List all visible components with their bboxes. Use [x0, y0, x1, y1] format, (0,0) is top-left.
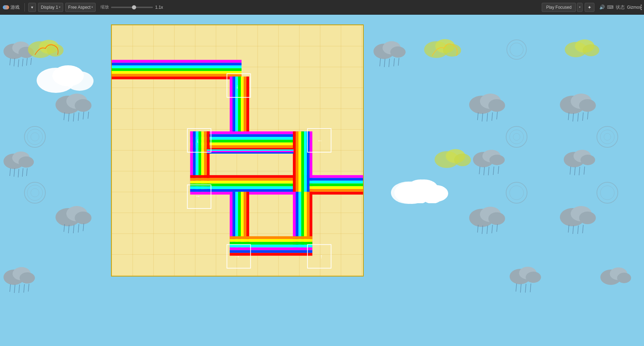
svg-rect-153: [112, 62, 242, 65]
svg-point-54: [390, 46, 406, 58]
svg-rect-214: [230, 242, 312, 245]
status-label[interactable]: 状态: [616, 4, 625, 10]
right-icons-group: 🔊 ⌨ 状态 Gizmos: [599, 4, 641, 10]
svg-point-142: [617, 273, 631, 283]
arrow-down-top: ↓: [236, 83, 239, 89]
arrow-down-left: ↓: [197, 138, 199, 143]
arrow-right-bottom: →: [235, 253, 240, 259]
window-resize-handle[interactable]: [638, 0, 644, 15]
svg-rect-218: [207, 151, 294, 152]
zoom-label: 缩放: [101, 4, 109, 10]
svg-rect-161: [246, 76, 249, 133]
svg-rect-178: [190, 186, 310, 189]
svg-point-65: [488, 99, 505, 112]
zoom-slider-group: 缩放 1.1x: [101, 4, 163, 10]
rainbow-pipe-right-horizontal: [310, 175, 363, 195]
svg-rect-181: [190, 178, 310, 181]
svg-point-102: [66, 71, 94, 91]
svg-rect-186: [301, 131, 304, 192]
main-area: ↓ ↓ ← → → ↑: [0, 15, 644, 346]
arrow-right-bottom-left: →: [195, 193, 201, 199]
arrow-left-right: ←: [317, 138, 323, 143]
svg-rect-159: [241, 76, 244, 133]
rainbow-ring-right: [293, 131, 312, 192]
play-focused-label: Play Focused: [546, 5, 572, 10]
rainbow-pipe-bottom-horizontal: [230, 236, 312, 256]
svg-point-126: [580, 155, 595, 165]
svg-point-91: [488, 212, 505, 225]
svg-rect-191: [310, 178, 363, 181]
svg-rect-152: [112, 65, 242, 68]
svg-rect-177: [190, 189, 310, 192]
svg-rect-193: [310, 183, 363, 186]
game-viewport[interactable]: ↓ ↓ ← → → ↑: [111, 24, 364, 277]
svg-point-81: [489, 155, 505, 165]
svg-rect-211: [230, 247, 312, 250]
svg-rect-213: [230, 244, 312, 247]
svg-point-38: [75, 212, 91, 224]
svg-rect-150: [112, 71, 242, 74]
aspect-label: Free Aspect: [68, 5, 90, 10]
svg-point-15: [75, 99, 91, 112]
svg-point-27: [18, 156, 34, 168]
zoom-slider-thumb[interactable]: [132, 5, 136, 9]
svg-rect-190: [310, 175, 363, 178]
game-logo: 游戏: [3, 4, 20, 10]
rainbow-pipe-top-vertical: [230, 76, 249, 133]
play-focused-dropdown[interactable]: ▾: [577, 3, 583, 12]
zoom-slider[interactable]: [111, 7, 153, 8]
zoom-value: 1.1x: [155, 5, 163, 10]
svg-rect-155: [230, 76, 232, 133]
svg-point-135: [579, 212, 596, 224]
svg-rect-194: [310, 186, 363, 189]
display-dropdown[interactable]: Display 1 ▾: [38, 3, 63, 12]
topbar-arrow-icon: ▾: [31, 5, 33, 10]
play-focused-arrow-icon: ▾: [579, 6, 580, 9]
keyboard-icon[interactable]: ⌨: [607, 5, 614, 10]
svg-rect-220: [207, 149, 294, 151]
svg-point-46: [20, 272, 35, 284]
svg-rect-151: [112, 68, 242, 71]
svg-rect-196: [310, 192, 363, 194]
svg-rect-188: [296, 131, 298, 192]
svg-rect-149: [112, 74, 242, 76]
sun-icon-button[interactable]: ✦: [585, 3, 594, 12]
display-label: Display 1: [41, 5, 58, 10]
topbar-arrow-dropdown[interactable]: ▾: [28, 3, 36, 12]
separator-1: [24, 3, 25, 12]
svg-point-105: [526, 272, 541, 283]
sound-icon[interactable]: 🔊: [599, 5, 605, 10]
svg-rect-154: [112, 60, 242, 62]
svg-point-112: [583, 44, 599, 56]
aspect-dropdown[interactable]: Free Aspect ▾: [65, 3, 96, 12]
svg-rect-182: [190, 175, 310, 178]
topbar: 游戏 ▾ Display 1 ▾ Free Aspect ▾ 缩放 1.1x P…: [0, 0, 644, 15]
arrow-up-bottom-right: ↑: [320, 253, 323, 259]
svg-rect-216: [230, 236, 312, 239]
game-svg: ↓ ↓ ← → → ↑: [112, 25, 363, 276]
inner-ring-top: [207, 149, 294, 154]
aspect-arrow-icon: ▾: [91, 6, 93, 9]
svg-rect-192: [310, 181, 363, 184]
svg-rect-185: [304, 131, 307, 192]
svg-rect-187: [298, 131, 301, 192]
logo-icon: [3, 5, 9, 9]
play-focused-button[interactable]: Play Focused: [542, 3, 576, 12]
svg-rect-180: [190, 181, 310, 184]
svg-point-75: [454, 154, 471, 166]
sun-icon: ✦: [587, 5, 592, 10]
svg-rect-176: [190, 192, 310, 194]
cloud-white-right-mid: [401, 186, 440, 203]
svg-rect-148: [112, 76, 242, 79]
svg-rect-189: [293, 131, 296, 192]
play-focused-group: Play Focused ▾: [542, 3, 583, 12]
rainbow-pipe-top-horizontal: [112, 60, 242, 79]
svg-rect-212: [230, 250, 312, 253]
svg-rect-217: [230, 253, 312, 256]
svg-rect-215: [230, 239, 312, 242]
logo-label: 游戏: [10, 4, 20, 10]
display-arrow-icon: ▾: [59, 6, 60, 9]
svg-rect-156: [232, 76, 235, 133]
svg-rect-219: [207, 152, 294, 154]
svg-point-115: [579, 99, 596, 112]
